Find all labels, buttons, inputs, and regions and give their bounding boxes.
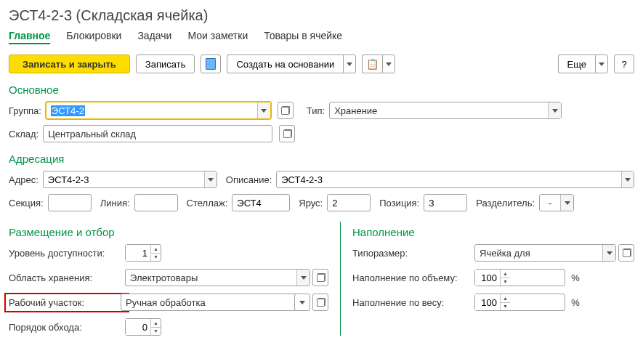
tab-goods[interactable]: Товары в ячейке <box>264 30 342 44</box>
chevron-down-icon <box>301 276 307 280</box>
rack-label: Стеллаж: <box>187 198 228 209</box>
desc-field[interactable] <box>276 171 634 188</box>
sep-value: - <box>540 195 560 211</box>
spin-up[interactable]: ▲ <box>151 245 161 254</box>
create-based-button[interactable]: Создать на основании <box>227 54 343 73</box>
rack-input[interactable] <box>232 195 289 211</box>
avail-input[interactable] <box>126 245 150 261</box>
area-dropdown[interactable] <box>296 270 310 286</box>
more-dropdown[interactable] <box>595 54 608 73</box>
section-input[interactable] <box>49 195 91 211</box>
line-input[interactable] <box>135 195 177 211</box>
type-value: Хранение <box>330 102 548 118</box>
size-field[interactable]: Ячейка для электротоваров <box>474 244 616 262</box>
weight-input[interactable] <box>475 294 500 310</box>
tab-tasks[interactable]: Задачи <box>137 30 171 44</box>
order-input[interactable] <box>126 319 150 335</box>
size-dropdown[interactable] <box>602 245 615 261</box>
spin-up[interactable]: ▲ <box>501 270 510 278</box>
weight-spinner[interactable]: ▲▼ <box>474 294 565 311</box>
pos-label: Позиция: <box>379 198 419 209</box>
spin-down[interactable]: ▼ <box>151 254 161 262</box>
chevron-down-icon <box>625 178 631 182</box>
order-spinner[interactable]: ▲▼ <box>125 318 161 336</box>
chevron-down-icon <box>208 178 214 182</box>
toolbar: Записать и закрыть Записать Создать на о… <box>9 54 634 73</box>
weight-label: Наполнение по весу: <box>352 297 469 308</box>
doc-icon-button[interactable] <box>201 54 221 73</box>
rack-field[interactable] <box>232 194 290 211</box>
tier-input[interactable] <box>328 195 370 211</box>
desc-input[interactable] <box>277 171 620 187</box>
warehouse-open-button[interactable] <box>279 125 295 142</box>
workarea-dropdown[interactable] <box>294 294 310 311</box>
spin-down[interactable]: ▼ <box>501 278 510 286</box>
area-open-button[interactable] <box>312 269 328 286</box>
size-open-button[interactable] <box>618 244 634 262</box>
tab-main[interactable]: Главное <box>9 30 50 44</box>
save-close-button[interactable]: Записать и закрыть <box>9 54 130 73</box>
help-button[interactable]: ? <box>614 54 634 73</box>
pos-input[interactable] <box>424 195 466 211</box>
type-field[interactable]: Хранение <box>329 102 562 119</box>
avail-spinner[interactable]: ▲▼ <box>125 244 161 262</box>
workarea-highlight: Ручная обработка <box>121 294 296 311</box>
order-label: Порядок обхода: <box>9 322 125 333</box>
spin-up[interactable]: ▲ <box>501 294 510 303</box>
attach-button[interactable] <box>362 54 382 73</box>
vol-spinner[interactable]: ▲▼ <box>474 269 565 286</box>
type-label: Тип: <box>307 105 325 116</box>
group-field[interactable]: ЭСТ4-2 <box>46 102 271 119</box>
area-field[interactable]: Электротовары <box>125 269 310 286</box>
save-button[interactable]: Записать <box>136 54 195 73</box>
document-icon <box>206 58 216 70</box>
chevron-down-icon <box>261 109 267 113</box>
chevron-down-icon <box>565 201 570 205</box>
sep-dropdown[interactable] <box>560 195 573 211</box>
spin-down[interactable]: ▼ <box>501 303 510 311</box>
size-value: Ячейка для электротоваров <box>475 245 602 261</box>
section-main-heading: Основное <box>9 84 634 96</box>
pos-field[interactable] <box>424 194 467 211</box>
warehouse-field[interactable]: Центральный склад <box>43 125 272 142</box>
chevron-down-icon <box>299 301 305 304</box>
type-dropdown[interactable] <box>548 102 561 118</box>
group-dropdown[interactable] <box>257 102 270 118</box>
area-value: Электротовары <box>126 270 296 286</box>
tier-field[interactable] <box>327 194 371 211</box>
section-field[interactable] <box>48 194 92 211</box>
avail-label: Уровень доступности: <box>9 248 125 259</box>
chevron-down-icon <box>552 109 558 113</box>
workarea-open-button[interactable] <box>312 294 328 311</box>
address-field[interactable] <box>43 171 217 188</box>
vol-input[interactable] <box>475 270 500 286</box>
chevron-down-icon <box>607 251 612 255</box>
section-label: Секция: <box>9 198 44 209</box>
group-value: ЭСТ4-2 <box>46 102 257 118</box>
sep-field[interactable]: - <box>539 194 574 211</box>
percent-label: % <box>571 272 634 283</box>
address-input[interactable] <box>44 171 204 187</box>
page-title: ЭСТ4-2-3 (Складская ячейка) <box>9 7 634 24</box>
chevron-down-icon <box>347 62 352 66</box>
tab-locks[interactable]: Блокировки <box>66 30 121 44</box>
line-label: Линия: <box>100 198 130 209</box>
size-label: Типоразмер: <box>352 248 469 259</box>
attach-dropdown[interactable] <box>382 54 395 73</box>
spin-down[interactable]: ▼ <box>151 328 161 336</box>
group-open-button[interactable] <box>278 102 294 119</box>
desc-dropdown[interactable] <box>621 171 634 187</box>
address-dropdown[interactable] <box>204 171 217 187</box>
chevron-down-icon <box>599 62 604 66</box>
workarea-value: Ручная обработка <box>121 294 296 310</box>
sep-label: Разделитель: <box>476 198 535 209</box>
spin-up[interactable]: ▲ <box>151 319 161 328</box>
create-based-dropdown[interactable] <box>343 54 356 73</box>
more-button[interactable]: Еще <box>558 54 595 73</box>
tab-notes[interactable]: Мои заметки <box>187 30 248 44</box>
workarea-field[interactable]: Ручная обработка <box>121 294 296 311</box>
warehouse-value: Центральный склад <box>44 126 272 142</box>
tier-label: Ярус: <box>299 198 323 209</box>
section-placement-heading: Размещение и отбор <box>9 226 328 238</box>
line-field[interactable] <box>134 194 178 211</box>
